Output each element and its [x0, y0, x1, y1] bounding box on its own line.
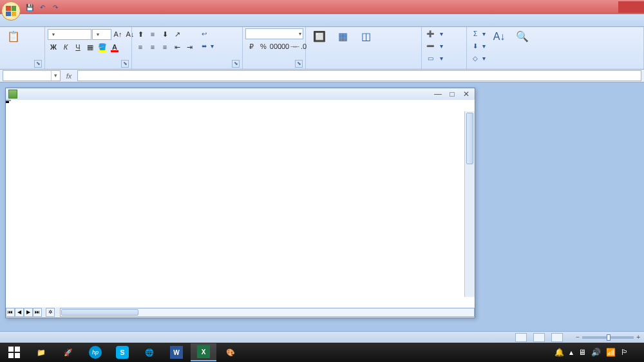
fill-button[interactable]: ⬇▾	[469, 41, 487, 52]
sheet-nav-next[interactable]: ▶	[24, 308, 33, 317]
binoculars-icon: 🔍	[515, 30, 529, 44]
taskbar-paint-icon[interactable]: 🎨	[218, 343, 243, 361]
taskbar-explorer-icon[interactable]: 📁	[28, 343, 54, 361]
merge-center-button[interactable]: ⬌▾	[199, 41, 216, 52]
decrease-decimal-button[interactable]: ←.0	[294, 41, 306, 52]
taskbar-skype-icon[interactable]: S	[109, 343, 135, 361]
workbook-close-button[interactable]: ✕	[460, 90, 472, 99]
window-minimize-button[interactable]	[582, 1, 600, 13]
font-size-combo[interactable]: ▾	[92, 29, 111, 40]
start-button[interactable]	[1, 343, 27, 361]
alignment-launcher[interactable]: ⬊	[232, 60, 240, 68]
insert-cells-button[interactable]: ➕▾	[424, 28, 444, 39]
align-middle-button[interactable]: ≡	[147, 28, 158, 40]
format-cells-button[interactable]: ▭▾	[424, 53, 444, 64]
indent-inc-button[interactable]: ⇥	[184, 41, 195, 53]
taskbar-hp-icon[interactable]: hp	[82, 343, 108, 361]
tray-action-center-icon[interactable]: 🔔	[554, 348, 564, 357]
clipboard-launcher[interactable]: ⬊	[34, 60, 42, 68]
qat-undo-icon[interactable]: ↶	[37, 2, 48, 12]
spreadsheet-grid[interactable]	[6, 100, 475, 307]
clipboard-icon: 📋	[6, 30, 21, 44]
find-select-button[interactable]: 🔍	[511, 28, 533, 46]
qat-redo-icon[interactable]: ↷	[50, 2, 61, 12]
tray-monitor-icon[interactable]: 🖥	[578, 348, 586, 357]
format-icon: ▭	[426, 54, 435, 63]
cell-styles-button[interactable]: ◫	[355, 28, 377, 46]
autosum-button[interactable]: Σ▾	[469, 28, 487, 39]
taskbar-chrome-icon[interactable]: 🌐	[137, 343, 162, 361]
cond-format-icon: 🔲	[312, 30, 327, 44]
vertical-scrollbar[interactable]	[464, 111, 475, 297]
name-box[interactable]: ▾	[3, 70, 61, 81]
group-styles: 🔲 ▦ ◫	[306, 27, 422, 69]
formula-bar: ▾ fx	[0, 70, 644, 82]
indent-dec-button[interactable]: ⇤	[171, 41, 183, 53]
window-close-button[interactable]	[618, 1, 644, 13]
zoom-slider[interactable]: − +	[576, 334, 640, 341]
wrap-text-button[interactable]: ↩	[199, 28, 216, 39]
number-format-combo[interactable]: ▾	[245, 28, 303, 39]
underline-button[interactable]: Ч	[72, 41, 84, 53]
svg-rect-2	[8, 353, 14, 358]
font-name-combo[interactable]: ▾	[48, 29, 91, 40]
number-launcher[interactable]: ⬊	[295, 60, 303, 68]
tray-network-icon[interactable]: 📶	[606, 348, 616, 357]
formula-input[interactable]	[77, 70, 641, 81]
sheet-nav-last[interactable]: ⏭	[33, 308, 42, 317]
font-launcher[interactable]: ⬊	[121, 60, 129, 68]
border-button[interactable]: ▦	[84, 41, 96, 53]
align-top-button[interactable]: ⬆	[135, 28, 146, 40]
tray-volume-icon[interactable]: 🔊	[591, 348, 601, 357]
sort-filter-button[interactable]: А↓	[488, 28, 510, 46]
view-normal-button[interactable]	[515, 333, 527, 342]
paste-button[interactable]: 📋	[3, 28, 24, 46]
align-center-button[interactable]: ≡	[147, 41, 158, 53]
fill-color-button[interactable]: 🪣	[97, 41, 108, 53]
qat-save-icon[interactable]: 💾	[24, 2, 35, 12]
italic-button[interactable]: К	[60, 41, 71, 53]
merge-icon: ⬌	[202, 43, 207, 50]
sheet-tab-bar: ⏮ ◀ ▶ ⏭ ✲	[6, 307, 475, 318]
workbook-titlebar[interactable]: — □ ✕	[6, 88, 475, 100]
view-layout-button[interactable]	[533, 333, 545, 342]
font-color-button[interactable]: A	[109, 41, 120, 53]
new-sheet-button[interactable]: ✲	[46, 308, 55, 317]
orientation-button[interactable]: ↗	[171, 28, 183, 40]
sheet-nav-first[interactable]: ⏮	[6, 308, 15, 317]
conditional-format-button[interactable]: 🔲	[308, 28, 330, 46]
window-restore-button[interactable]	[600, 1, 618, 13]
format-table-button[interactable]: ▦	[332, 28, 354, 46]
increase-decimal-button[interactable]: .00→	[282, 41, 294, 52]
app-titlebar: 💾 ↶ ↷	[0, 0, 644, 14]
zoom-knob[interactable]	[607, 334, 611, 341]
align-left-button[interactable]: ≡	[135, 41, 146, 53]
workbook-minimize-button[interactable]: —	[432, 90, 444, 99]
group-font: ▾ ▾ A↑ A↓ Ж К Ч ▦ 🪣 A ⬊	[45, 27, 132, 69]
vscroll-thumb[interactable]	[466, 113, 473, 164]
bold-button[interactable]: Ж	[48, 41, 59, 53]
align-bottom-button[interactable]: ⬇	[159, 28, 171, 40]
workbook-maximize-button[interactable]: □	[446, 90, 458, 99]
taskbar-word-icon[interactable]: W	[164, 343, 189, 361]
taskbar-excel-icon[interactable]: X	[191, 343, 216, 361]
taskbar-app1-icon[interactable]: 🚀	[55, 343, 81, 361]
tray-chevron-icon[interactable]: ▴	[569, 348, 573, 357]
tray-flag-icon[interactable]: 🏳	[621, 348, 629, 357]
zoom-in-button[interactable]: +	[636, 334, 640, 341]
name-box-input[interactable]	[3, 71, 51, 81]
fx-icon[interactable]: fx	[62, 72, 76, 80]
horizontal-scrollbar[interactable]	[60, 308, 475, 317]
currency-button[interactable]: ₽	[245, 41, 257, 52]
view-break-button[interactable]	[551, 333, 563, 342]
grow-font-button[interactable]: A↑	[112, 28, 124, 40]
clear-button[interactable]: ◇▾	[469, 53, 487, 64]
office-button[interactable]	[1, 1, 21, 21]
delete-cells-button[interactable]: ➖▾	[424, 41, 444, 52]
hscroll-thumb[interactable]	[61, 309, 138, 316]
sheet-nav-prev[interactable]: ◀	[15, 308, 24, 317]
align-right-button[interactable]: ≡	[159, 41, 171, 53]
zoom-out-button[interactable]: −	[576, 334, 580, 341]
name-box-dropdown[interactable]: ▾	[51, 71, 60, 81]
percent-button[interactable]: %	[258, 41, 269, 52]
